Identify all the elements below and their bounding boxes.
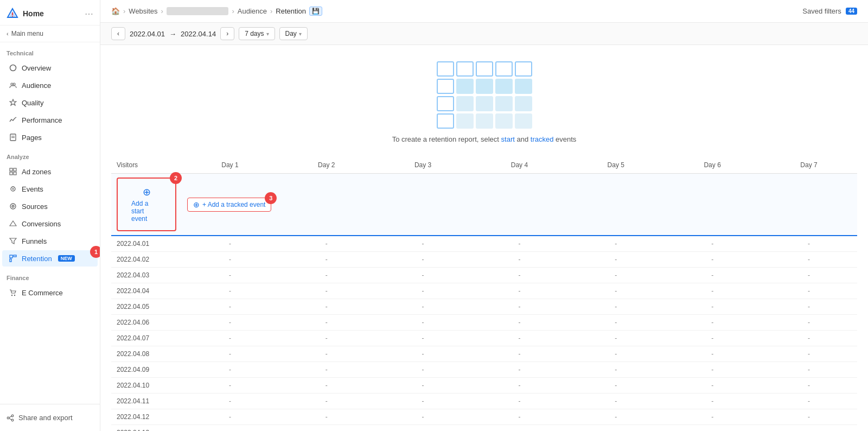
breadcrumb-site: ████████████ xyxy=(167,7,229,15)
row-value: - xyxy=(664,346,761,362)
row-value: - xyxy=(567,394,664,409)
period-dropdown-icon: ▾ xyxy=(266,31,269,37)
sidebar-header: Home ⋯ xyxy=(0,0,100,26)
hint-start-link[interactable]: start xyxy=(501,135,515,143)
sep-3: › xyxy=(232,7,234,15)
table-row: 2022.04.02------- xyxy=(111,252,857,268)
callout-1: 1 xyxy=(90,246,100,258)
hint-tracked-link[interactable]: tracked xyxy=(531,135,554,143)
row-value: - xyxy=(278,362,375,378)
sidebar-item-quality[interactable]: Quality xyxy=(2,94,98,111)
row-value: - xyxy=(375,299,471,315)
row-value: - xyxy=(471,346,568,362)
sidebar-item-audience[interactable]: Audience xyxy=(2,77,98,93)
row-value: - xyxy=(278,236,375,252)
period-btn[interactable]: 7 days ▾ xyxy=(239,27,275,40)
sidebar-back-btn[interactable]: ‹ Main menu xyxy=(0,26,100,42)
granularity-btn[interactable]: Day ▾ xyxy=(279,27,308,40)
ret-cell-2-1 xyxy=(456,96,474,111)
share-export-btn[interactable]: Share and export xyxy=(7,410,93,426)
svg-rect-11 xyxy=(14,168,16,171)
callout-2: 2 xyxy=(170,172,182,184)
total-label: ⊕ Add astart event 2 xyxy=(111,174,182,236)
breadcrumb-websites[interactable]: Websites xyxy=(129,7,157,15)
col-day1: Day 1 xyxy=(182,157,278,174)
share-export-label: Share and export xyxy=(18,414,73,422)
table-header-row: Visitors Day 1 Day 2 Day 3 Day 4 Day 5 D… xyxy=(111,157,857,174)
row-value: - xyxy=(761,425,857,432)
row-date: 2022.04.08 xyxy=(111,346,182,362)
row-value: - xyxy=(471,362,568,378)
row-value: - xyxy=(761,315,857,331)
row-value: - xyxy=(664,315,761,331)
ret-cell-3-4 xyxy=(515,113,532,129)
svg-rect-10 xyxy=(10,168,12,171)
next-date-btn[interactable]: › xyxy=(220,27,234,40)
sidebar-more-icon[interactable]: ⋯ xyxy=(85,9,93,19)
add-tracked-event-box[interactable]: ⊕ + Add a tracked event xyxy=(187,198,271,212)
ecommerce-icon xyxy=(9,288,17,297)
row-value: - xyxy=(278,268,375,283)
row-value: - xyxy=(471,252,568,268)
svg-point-15 xyxy=(12,188,14,190)
sidebar-item-overview[interactable]: Overview xyxy=(2,60,98,76)
ret-cell-3-0 xyxy=(437,113,454,129)
retention-new-badge: NEW xyxy=(58,255,75,262)
section-technical-label: Technical xyxy=(0,42,100,59)
sep-2: › xyxy=(161,7,163,15)
retention-visual: To create a retention report, select sta… xyxy=(100,45,868,151)
table-row: 2022.04.01------- xyxy=(111,236,857,252)
callout-3: 3 xyxy=(265,192,277,204)
sidebar: Home ⋯ ‹ Main menu Technical Overview Au… xyxy=(0,0,100,431)
svg-point-24 xyxy=(14,295,15,296)
ret-cell-1-1 xyxy=(456,79,474,94)
row-value: - xyxy=(278,315,375,331)
svg-point-4 xyxy=(10,65,16,71)
col-day5: Day 5 xyxy=(567,157,664,174)
sidebar-item-retention[interactable]: Retention NEW 1 xyxy=(2,250,98,267)
row-value: - xyxy=(664,252,761,268)
sidebar-item-conversions[interactable]: Conversions xyxy=(2,216,98,232)
sidebar-item-ecommerce[interactable]: E Commerce xyxy=(2,284,98,301)
sources-icon xyxy=(9,202,17,211)
sep-1: › xyxy=(123,7,125,15)
sidebar-item-pages[interactable]: Pages xyxy=(2,129,98,145)
row-value: - xyxy=(182,346,278,362)
saved-filters-label[interactable]: Saved filters xyxy=(802,7,841,15)
add-start-event-box[interactable]: ⊕ Add astart event xyxy=(117,178,176,231)
quality-icon xyxy=(9,98,17,107)
row-date: 2022.04.13 xyxy=(111,425,182,432)
sidebar-label-pages: Pages xyxy=(22,134,42,142)
ret-row-1 xyxy=(437,79,532,94)
prev-date-btn[interactable]: ‹ xyxy=(111,27,125,40)
sidebar-item-events[interactable]: Events xyxy=(2,181,98,197)
row-value: - xyxy=(278,331,375,346)
row-value: - xyxy=(761,378,857,394)
svg-point-27 xyxy=(11,419,14,421)
ret-cell-2-0 xyxy=(437,96,454,111)
row-value: - xyxy=(567,409,664,425)
row-date: 2022.04.12 xyxy=(111,409,182,425)
sidebar-logo[interactable]: Home xyxy=(7,8,44,20)
sidebar-item-sources[interactable]: Sources xyxy=(2,198,98,214)
row-value: - xyxy=(567,252,664,268)
row-value: - xyxy=(567,268,664,283)
row-value: - xyxy=(471,425,568,432)
sidebar-item-funnels[interactable]: Funnels xyxy=(2,233,98,249)
row-value: - xyxy=(278,299,375,315)
row-value: - xyxy=(182,425,278,432)
row-value: - xyxy=(278,378,375,394)
main-menu-label: Main menu xyxy=(11,30,43,37)
row-value: - xyxy=(375,315,471,331)
sidebar-item-ad-zones[interactable]: Ad zones xyxy=(2,163,98,180)
row-value: - xyxy=(182,283,278,299)
table-row: 2022.04.05------- xyxy=(111,299,857,315)
row-value: - xyxy=(567,236,664,252)
sidebar-item-performance[interactable]: Performance xyxy=(2,112,98,128)
save-report-icon[interactable]: 💾 xyxy=(309,7,322,16)
home-icon[interactable]: 🏠 xyxy=(111,7,120,15)
svg-point-23 xyxy=(11,295,12,296)
row-value: - xyxy=(278,252,375,268)
breadcrumb-audience[interactable]: Audience xyxy=(238,7,267,15)
saved-filters-area: Saved filters 44 xyxy=(802,7,857,15)
